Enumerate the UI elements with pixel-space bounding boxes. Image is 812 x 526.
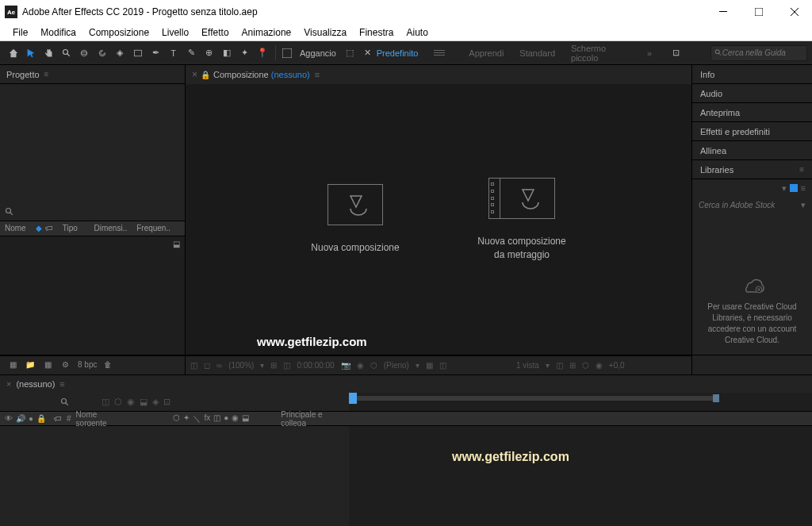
tl-icon5[interactable]: ◈ — [152, 397, 159, 407]
zoom-tool[interactable] — [58, 44, 75, 62]
audio-col-icon[interactable]: 🔊 — [16, 414, 25, 423]
flowchart-icon[interactable]: ⬓ — [173, 240, 180, 248]
rect-tool[interactable] — [129, 44, 146, 62]
hand-tool[interactable] — [40, 44, 57, 62]
menu-view[interactable]: Visualizza — [297, 25, 353, 40]
sw-icon7[interactable]: ◉ — [232, 413, 239, 424]
new-composition-from-footage-card[interactable]: Nuova composizione da metraggio — [458, 178, 585, 262]
sw-icon2[interactable]: ✦ — [183, 413, 190, 424]
panel-menu-icon[interactable]: ≡ — [44, 70, 49, 79]
menu-edit[interactable]: Modifica — [34, 25, 82, 40]
workspace-learn[interactable]: Apprendi — [469, 48, 504, 58]
eraser-tool[interactable]: ◧ — [218, 44, 235, 62]
sw-icon1[interactable]: ⬡ — [173, 413, 180, 424]
timeline-ruler-area[interactable] — [349, 393, 812, 411]
project-search[interactable] — [0, 203, 185, 221]
sw-icon5[interactable]: ◫ — [213, 413, 220, 424]
snap-checkbox[interactable] — [279, 44, 296, 62]
ct-btn6[interactable]: ◫ — [283, 361, 290, 370]
workspace-more-icon[interactable]: » — [647, 48, 652, 58]
maximize-button[interactable] — [741, 0, 776, 24]
minimize-button[interactable] — [705, 0, 741, 24]
roto-tool[interactable]: ✦ — [236, 44, 253, 62]
puppet-tool[interactable]: 📍 — [254, 44, 270, 62]
visibility-col-icon[interactable]: 👁 — [5, 414, 13, 423]
close-button[interactable] — [776, 0, 812, 24]
menu-effect[interactable]: Effetto — [195, 25, 235, 40]
ct-btn8[interactable]: ◉ — [357, 361, 364, 370]
tl-icon3[interactable]: ◉ — [127, 397, 135, 407]
orbit-tool[interactable] — [76, 44, 93, 62]
new-folder-icon[interactable]: 📁 — [22, 358, 38, 372]
zoom-level[interactable]: (100%) — [228, 361, 254, 370]
workspace-reset-icon[interactable]: ⊡ — [668, 44, 684, 62]
timeline-search[interactable] — [60, 397, 70, 407]
ct-btn5[interactable]: ⊞ — [270, 361, 277, 370]
sw-icon6[interactable]: ● — [224, 413, 228, 424]
timeline-layers-column[interactable] — [0, 426, 349, 526]
timeline-work-area[interactable] — [349, 396, 719, 401]
ct-btn4[interactable]: ▾ — [260, 361, 264, 370]
clone-tool[interactable]: ⊕ — [201, 44, 217, 62]
panel-menu-icon[interactable]: ≡ — [315, 70, 320, 79]
col-name[interactable]: Nome — [5, 224, 26, 232]
workspace-small[interactable]: Schermo piccolo — [571, 44, 631, 63]
ct-btn16[interactable]: ⬡ — [582, 361, 589, 370]
ct-btn2[interactable]: ◻ — [204, 361, 210, 370]
ct-btn17[interactable]: ◉ — [596, 361, 603, 370]
timecode[interactable]: 0:00:00:00 — [297, 361, 334, 370]
bpc-label[interactable]: 8 bpc — [78, 360, 97, 369]
tl-icon6[interactable]: ⊡ — [163, 397, 170, 407]
lib-dropdown-icon[interactable]: ▾ — [782, 183, 787, 194]
timeline-playhead[interactable] — [349, 393, 357, 404]
interpret-footage-icon[interactable]: ▦ — [5, 358, 21, 372]
ct-btn9[interactable]: ⬡ — [370, 361, 377, 370]
panel-menu-icon[interactable]: ≡ — [59, 379, 64, 389]
exposure-value[interactable]: +0,0 — [609, 361, 625, 370]
project-settings-icon[interactable]: ⚙ — [57, 358, 73, 372]
lib-grid-icon[interactable] — [790, 184, 798, 192]
panel-preview[interactable]: Anteprima — [692, 103, 812, 122]
col-parent[interactable]: Principale e collega — [281, 410, 344, 428]
col-tag-icon[interactable]: ◆ — [36, 224, 42, 232]
quality-label[interactable]: (Pieno) — [384, 361, 409, 370]
col-number[interactable]: # — [67, 414, 71, 423]
lock-col-icon[interactable]: 🔒 — [36, 414, 46, 423]
project-panel-tab[interactable]: Progetto ≡ — [0, 65, 185, 84]
col-freq[interactable]: Frequen.. — [136, 224, 170, 232]
pen-tool[interactable]: ✒ — [147, 44, 164, 62]
menu-help[interactable]: Aiuto — [400, 25, 434, 40]
col-label-icon[interactable]: 🏷 — [54, 414, 62, 423]
ct-btn14[interactable]: ◫ — [556, 361, 563, 370]
panel-audio[interactable]: Audio — [692, 84, 812, 103]
menu-animation[interactable]: Animazione — [236, 25, 298, 40]
project-item-list[interactable]: ⬓ — [0, 236, 185, 355]
menu-composition[interactable]: Composizione — [82, 25, 155, 40]
tl-icon2[interactable]: ⬡ — [114, 397, 122, 407]
ct-btn12[interactable]: ◫ — [439, 361, 446, 370]
close-tab-icon[interactable]: × — [192, 69, 197, 80]
brush-tool[interactable]: ✎ — [182, 44, 199, 62]
menu-layer[interactable]: Livello — [155, 25, 195, 40]
ct-btn1[interactable]: ◫ — [190, 361, 197, 370]
workspace-menu-icon[interactable] — [434, 50, 445, 56]
home-icon[interactable] — [5, 44, 21, 62]
ct-btn7[interactable]: 📷 — [341, 361, 350, 370]
sw-icon8[interactable]: ⬓ — [242, 413, 249, 424]
panel-effects[interactable]: Effetti e predefiniti — [692, 122, 812, 141]
help-search[interactable] — [710, 45, 807, 61]
ct-btn3[interactable]: ∞ — [216, 361, 222, 370]
lock-icon[interactable]: 🔒 — [201, 71, 210, 79]
rotate-tool[interactable] — [94, 44, 110, 62]
workspace-standard[interactable]: Standard — [519, 48, 555, 58]
col-source-name[interactable]: Nome sorgente — [76, 410, 126, 428]
menu-window[interactable]: Finestra — [353, 25, 400, 40]
panel-libraries[interactable]: Libraries≡ — [692, 160, 812, 179]
timeline-tab[interactable]: × (nessuno) ≡ — [0, 375, 812, 393]
ct-btn10[interactable]: ▾ — [416, 361, 419, 370]
anchor-tool[interactable]: ◈ — [112, 44, 128, 62]
lib-search-dropdown-icon[interactable]: ▾ — [801, 200, 806, 210]
lib-list-icon[interactable]: ≡ — [801, 183, 806, 193]
ct-btn11[interactable]: ▦ — [426, 361, 433, 370]
new-composition-card[interactable]: Nuova composizione — [292, 184, 419, 255]
